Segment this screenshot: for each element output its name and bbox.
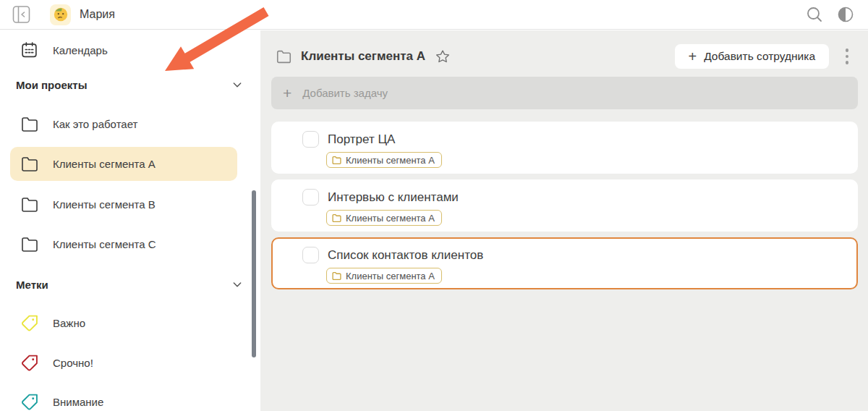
sidebar-scrollbar[interactable]	[252, 190, 256, 357]
sidebar-item-label: Клиенты сегмента В	[53, 198, 156, 211]
folder-icon	[20, 235, 38, 253]
folder-icon	[332, 213, 341, 223]
task-checkbox[interactable]	[302, 189, 319, 206]
task-title: Портрет ЦА	[328, 132, 395, 147]
sidebar: Календарь Мои проекты Как это работает К	[0, 30, 260, 411]
sidebar-item-label: Как это работает	[53, 118, 137, 130]
tags-header-label: Метки	[16, 279, 48, 291]
sidebar-project-how-it-works[interactable]: Как это работает	[10, 107, 237, 141]
sidebar-project-segment-b[interactable]: Клиенты сегмента В	[10, 187, 237, 221]
projects-section-header[interactable]: Мои проекты	[16, 74, 243, 96]
app-window: Мария	[0, 0, 868, 411]
add-employee-button[interactable]: + Добавить сотрудника	[675, 44, 829, 69]
task-row[interactable]: Интервью с клиентами Клиенты сегмента А	[271, 179, 858, 232]
favorite-star-button[interactable]	[435, 48, 451, 64]
add-task-input[interactable]: + Добавить задачу	[271, 77, 858, 109]
folder-icon	[276, 49, 292, 64]
calendar-icon	[20, 41, 38, 59]
plus-icon: +	[283, 85, 292, 101]
task-title: Интервью с клиентами	[328, 190, 459, 205]
thinking-face-emoji	[53, 7, 69, 22]
kebab-dot	[846, 48, 849, 52]
project-chip[interactable]: Клиенты сегмента А	[326, 210, 442, 226]
theme-toggle-button[interactable]	[836, 5, 855, 24]
page-title: Клиенты сегмента А	[301, 49, 425, 64]
project-chip-label: Клиенты сегмента А	[346, 271, 435, 281]
sidebar-item-label: Календарь	[53, 44, 108, 56]
project-chip[interactable]: Клиенты сегмента А	[326, 268, 442, 284]
plus-icon: +	[689, 49, 697, 64]
user-name: Мария	[80, 8, 115, 21]
sidebar-item-label: Внимание	[53, 396, 103, 408]
folder-icon	[20, 155, 38, 173]
task-title: Список контактов клиентов	[328, 248, 483, 263]
star-icon	[435, 49, 450, 64]
sidebar-item-label: Срочно!	[53, 357, 93, 369]
project-chip-label: Клиенты сегмента А	[346, 213, 435, 224]
search-icon	[806, 6, 823, 23]
kebab-dot	[846, 55, 849, 59]
sidebar-tag-attention[interactable]: Внимание	[10, 385, 237, 411]
tag-icon	[20, 314, 38, 332]
tag-icon	[20, 393, 38, 411]
kebab-dot	[846, 61, 849, 64]
sidebar-tag-important[interactable]: Важно	[10, 306, 237, 340]
add-task-placeholder: Добавить задачу	[302, 87, 388, 99]
sidebar-project-segment-c[interactable]: Клиенты сегмента С	[10, 227, 237, 261]
search-button[interactable]	[805, 5, 824, 24]
project-chip-label: Клиенты сегмента А	[346, 155, 435, 166]
task-row-highlighted[interactable]: Список контактов клиентов Клиенты сегмен…	[271, 237, 858, 289]
folder-icon	[20, 115, 38, 133]
user-avatar[interactable]	[50, 4, 71, 25]
project-chip[interactable]: Клиенты сегмента А	[326, 152, 442, 168]
task-checkbox[interactable]	[302, 247, 319, 263]
half-circle-contrast-icon	[837, 6, 854, 23]
tag-icon	[20, 354, 38, 372]
add-employee-label: Добавить сотрудника	[704, 50, 815, 63]
sidebar-project-segment-a[interactable]: Клиенты сегмента А	[10, 147, 237, 181]
main-content: Клиенты сегмента А + Добавить сотрудника…	[260, 30, 868, 411]
tags-section-header[interactable]: Метки	[16, 274, 243, 295]
folder-icon	[20, 195, 38, 213]
task-checkbox[interactable]	[302, 131, 319, 148]
folder-icon	[332, 271, 341, 281]
folder-icon	[332, 156, 341, 165]
projects-header-label: Мои проекты	[16, 79, 87, 91]
sidebar-item-label: Клиенты сегмента А	[53, 158, 156, 170]
collapse-sidebar-button[interactable]	[12, 5, 30, 25]
top-bar: Мария	[0, 0, 868, 30]
more-options-button[interactable]	[839, 46, 855, 67]
topbar-actions	[805, 5, 855, 24]
sidebar-item-label: Клиенты сегмента С	[53, 238, 156, 250]
sidebar-item-calendar[interactable]: Календарь	[10, 37, 237, 63]
chevron-down-icon	[231, 279, 243, 290]
project-header: Клиенты сегмента А + Добавить сотрудника	[276, 41, 855, 72]
sidebar-item-label: Важно	[53, 317, 85, 329]
chevron-down-icon	[231, 79, 243, 90]
task-row[interactable]: Портрет ЦА Клиенты сегмента А	[271, 122, 858, 174]
sidebar-tag-urgent[interactable]: Срочно!	[10, 346, 237, 380]
task-list: Портрет ЦА Клиенты сегмента А Интервью с…	[271, 122, 858, 295]
sidebar-collapse-icon	[12, 5, 30, 24]
